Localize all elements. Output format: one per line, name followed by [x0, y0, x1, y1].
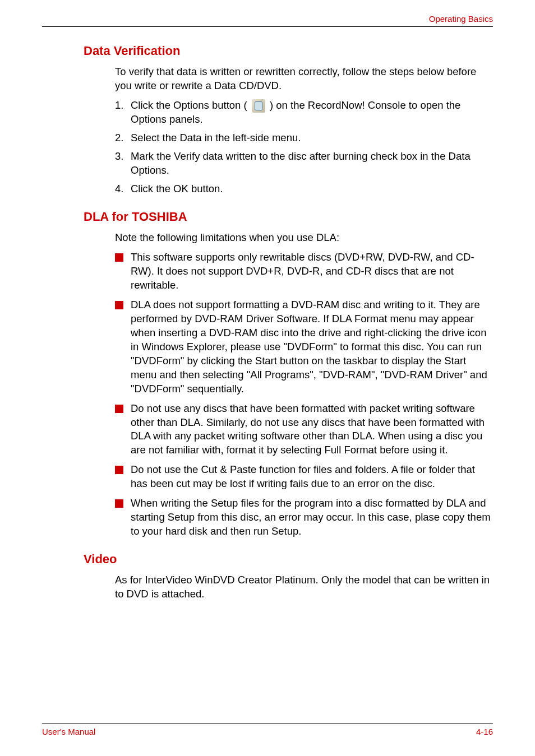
- bullet-icon: [115, 499, 123, 508]
- bullet-icon: [115, 253, 123, 262]
- bullet-icon: [115, 301, 123, 309]
- bullet-icon: [115, 466, 123, 474]
- heading-data-verification: Data Verification: [84, 44, 493, 58]
- bullet-item: DLA does not support formatting a DVD-RA…: [115, 298, 493, 396]
- step-text: Mark the Verify data written to the disc…: [131, 150, 493, 178]
- intro-dla: Note the following limitations when you …: [115, 231, 493, 245]
- bullet-item: This software supports only rewritable d…: [115, 251, 493, 293]
- step-item: 1. Click the Options button ( ) on the R…: [115, 99, 493, 127]
- body-video: As for InterVideo WinDVD Creator Platinu…: [115, 573, 493, 601]
- step-text: Click the Options button ( ) on the Reco…: [131, 99, 493, 127]
- step-text: Select the Data in the left-side menu.: [131, 131, 493, 145]
- step-number: 1.: [115, 99, 131, 127]
- step-item: 3. Mark the Verify data written to the d…: [115, 150, 493, 178]
- step-item: 2. Select the Data in the left-side menu…: [115, 131, 493, 145]
- step-number: 4.: [115, 182, 131, 196]
- bullet-list-dla: This software supports only rewritable d…: [115, 251, 493, 539]
- step-text: Click the OK button.: [131, 182, 493, 196]
- bullet-item: Do not use any discs that have been form…: [115, 402, 493, 458]
- header-title: Operating Basics: [429, 14, 493, 24]
- step-number: 3.: [115, 150, 131, 178]
- page-footer: User's Manual 4-16: [42, 723, 493, 736]
- page-header: Operating Basics: [42, 14, 493, 27]
- step-text-part-a: Click the Options button (: [131, 99, 250, 111]
- bullet-item: When writing the Setup files for the pro…: [115, 497, 493, 539]
- bullet-text: Do not use any discs that have been form…: [131, 402, 493, 458]
- steps-list: 1. Click the Options button ( ) on the R…: [115, 99, 493, 196]
- step-number: 2.: [115, 131, 131, 145]
- intro-data-verification: To verify that data is written or rewrit…: [115, 65, 493, 93]
- footer-right-text: 4-16: [476, 727, 493, 736]
- bullet-icon: [115, 405, 123, 413]
- options-button-icon: [252, 99, 265, 113]
- bullet-item: Do not use the Cut & Paste function for …: [115, 463, 493, 491]
- bullet-text: DLA does not support formatting a DVD-RA…: [131, 298, 493, 396]
- bullet-text: This software supports only rewritable d…: [131, 251, 493, 293]
- footer-left-text: User's Manual: [42, 727, 95, 736]
- heading-dla-toshiba: DLA for TOSHIBA: [84, 210, 493, 224]
- step-item: 4. Click the OK button.: [115, 182, 493, 196]
- heading-video: Video: [84, 552, 493, 567]
- bullet-text: When writing the Setup files for the pro…: [131, 497, 493, 539]
- bullet-text: Do not use the Cut & Paste function for …: [131, 463, 493, 491]
